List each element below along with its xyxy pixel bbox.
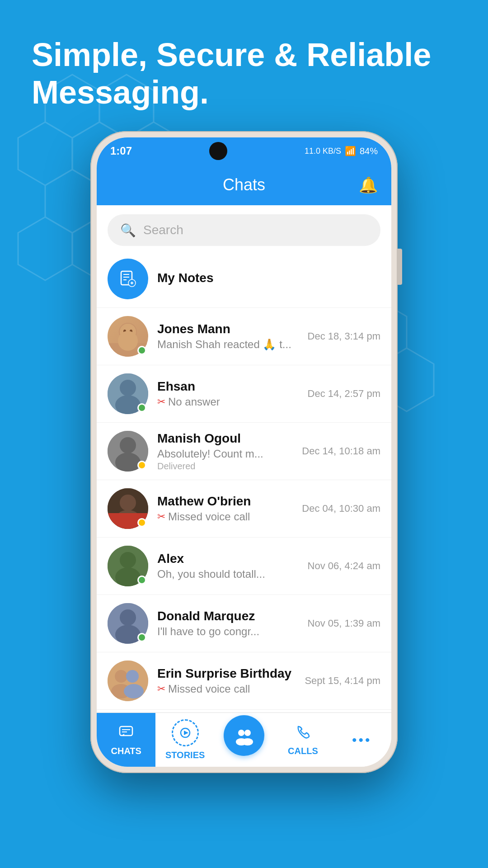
- chat-preview: ✂ Missed voice call: [157, 683, 296, 695]
- online-indicator: [137, 518, 146, 527]
- hero-text: Simple, Secure & Reliable Messaging.: [32, 36, 456, 111]
- chat-name: Jones Mann: [157, 322, 299, 336]
- chat-preview: Oh, you should totall...: [157, 568, 299, 580]
- list-item[interactable]: Jones Mann Manish Shah reacted 🙏 t... De…: [97, 308, 391, 365]
- avatar-wrap: [108, 316, 148, 357]
- chat-time: Sept 15, 4:14 pm: [305, 675, 380, 687]
- stories-icon: [172, 719, 199, 746]
- chat-preview: Absolutely! Count m...: [157, 448, 293, 460]
- svg-point-44: [124, 684, 144, 698]
- more-icon: •••: [352, 732, 372, 748]
- header-title: Chats: [223, 175, 265, 194]
- avatar: [108, 660, 148, 701]
- search-container: 🔍 Search: [97, 205, 391, 250]
- svg-point-38: [120, 609, 136, 626]
- chat-preview: Manish Shah reacted 🙏 t...: [157, 338, 299, 351]
- chat-preview: ✂ No answer: [157, 396, 299, 408]
- phone-mockup: 1:07 11.0 KB/S 📶 84% Chats 🔔 🔍 Search: [90, 131, 398, 773]
- app-header: Chats 🔔: [97, 165, 391, 205]
- chat-name: Donald Marquez: [157, 609, 299, 623]
- camera-notch: [209, 142, 227, 160]
- chat-info: Alex Oh, you should totall...: [157, 552, 299, 580]
- chat-time: Nov 05, 1:39 am: [308, 618, 380, 629]
- notifications-icon[interactable]: 🔔: [359, 176, 378, 194]
- avatar-wrap: [108, 546, 148, 586]
- avatar-wrap: [108, 373, 148, 414]
- chat-name: Ehsan: [157, 379, 299, 394]
- avatar-wrap: [108, 488, 148, 529]
- search-bar[interactable]: 🔍 Search: [108, 214, 380, 246]
- bottom-nav: CHATS STORIES: [97, 712, 391, 767]
- online-indicator: [137, 403, 146, 412]
- stories-label: STORIES: [165, 750, 205, 760]
- missed-call-icon: ✂: [157, 396, 165, 408]
- chat-time: Dec 18, 3:14 pm: [308, 330, 380, 342]
- svg-marker-48: [122, 734, 124, 736]
- online-indicator: [137, 576, 146, 585]
- nav-item-stories[interactable]: STORIES: [155, 713, 214, 767]
- nav-item-more[interactable]: •••: [333, 713, 391, 767]
- chat-preview: I'll have to go congr...: [157, 625, 299, 638]
- chat-time: Dec 04, 10:30 am: [302, 503, 380, 514]
- missed-call-icon: ✂: [157, 683, 165, 695]
- chat-time: Dec 14, 2:57 pm: [308, 388, 380, 400]
- list-item[interactable]: Mathew O'brien ✂ Missed voice call Dec 0…: [97, 480, 391, 538]
- list-item[interactable]: Erin Surprise Birthday ✂ Missed voice ca…: [97, 652, 391, 710]
- list-item[interactable]: Manish Ogoul Absolutely! Count m... Deli…: [97, 423, 391, 480]
- svg-marker-6: [18, 217, 72, 280]
- list-item[interactable]: Alex Oh, you should totall... Nov 06, 4:…: [97, 538, 391, 595]
- chats-icon: [118, 724, 134, 744]
- chat-name: Mathew O'brien: [157, 494, 293, 509]
- svg-point-52: [244, 730, 251, 736]
- chat-name: My Notes: [157, 271, 380, 285]
- nav-item-chats[interactable]: CHATS: [97, 713, 155, 767]
- chat-info: Jones Mann Manish Shah reacted 🙏 t...: [157, 322, 299, 351]
- svg-point-31: [120, 495, 136, 511]
- chat-name: Manish Ogoul: [157, 431, 293, 446]
- chat-name: Alex: [157, 552, 299, 566]
- svg-point-36: [115, 567, 141, 586]
- chat-info: Erin Surprise Birthday ✂ Missed voice ca…: [157, 666, 296, 695]
- svg-point-39: [115, 625, 141, 644]
- chat-info: My Notes: [157, 271, 380, 287]
- chat-list: My Notes: [97, 250, 391, 712]
- svg-point-35: [120, 552, 136, 568]
- online-indicator: [137, 346, 146, 355]
- chat-info: Ehsan ✂ No answer: [157, 379, 299, 408]
- groups-fab: [224, 715, 264, 756]
- chat-time: Nov 06, 4:24 am: [308, 560, 380, 572]
- svg-marker-3: [18, 122, 72, 185]
- chat-name: Erin Surprise Birthday: [157, 666, 296, 681]
- svg-point-29: [115, 453, 141, 472]
- chats-label: CHATS: [111, 746, 141, 756]
- list-item[interactable]: Donald Marquez I'll have to go congr... …: [97, 595, 391, 652]
- svg-rect-45: [120, 726, 132, 736]
- calls-label: CALLS: [288, 746, 318, 756]
- avatar-wrap: [108, 603, 148, 644]
- delivered-label: Delivered: [157, 461, 293, 472]
- nav-item-calls[interactable]: CALLS: [273, 713, 332, 767]
- svg-point-41: [115, 670, 127, 683]
- online-indicator: [137, 633, 146, 642]
- chat-info: Manish Ogoul Absolutely! Count m... Deli…: [157, 431, 293, 472]
- svg-point-23: [118, 331, 138, 351]
- network-speed: 11.0 KB/S: [305, 146, 341, 156]
- search-icon: 🔍: [120, 223, 136, 238]
- chat-info: Mathew O'brien ✂ Missed voice call: [157, 494, 293, 523]
- svg-point-54: [242, 738, 253, 745]
- avatar: [108, 259, 148, 299]
- avatar-wrap: [108, 259, 148, 299]
- svg-marker-50: [184, 731, 188, 735]
- calls-icon: [295, 724, 311, 744]
- wifi-icon: 📶: [345, 146, 356, 156]
- svg-point-51: [238, 730, 244, 736]
- status-bar: 1:07 11.0 KB/S 📶 84%: [97, 137, 391, 165]
- svg-point-28: [120, 437, 136, 453]
- svg-point-42: [126, 670, 139, 683]
- list-item[interactable]: Ehsan ✂ No answer Dec 14, 2:57 pm: [97, 365, 391, 423]
- nav-item-groups[interactable]: [215, 713, 273, 767]
- avatar-wrap: [108, 431, 148, 472]
- list-item[interactable]: My Notes: [97, 250, 391, 308]
- online-indicator: [137, 461, 146, 470]
- chat-preview: ✂ Missed voice call: [157, 510, 293, 523]
